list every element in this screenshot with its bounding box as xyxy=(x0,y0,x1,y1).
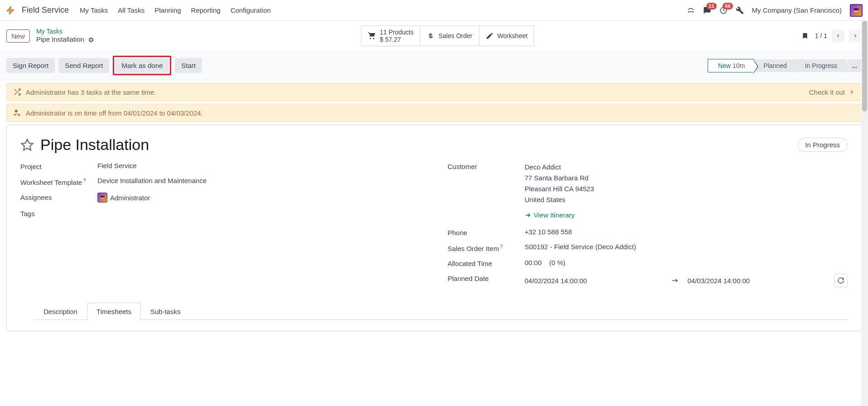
tab-subtasks[interactable]: Sub-tasks xyxy=(141,303,190,320)
pager-text[interactable]: 1 / 1 xyxy=(815,32,827,39)
planned-start[interactable]: 04/02/2024 14:00:00 xyxy=(525,277,587,285)
menu-all-tasks[interactable]: All Tasks xyxy=(118,6,145,14)
view-itinerary-link[interactable]: View Itinerary xyxy=(525,210,575,221)
planned-end[interactable]: 04/03/2024 14:00:00 xyxy=(688,277,750,285)
value-sales-order-item[interactable]: S00192 - Field Service (Deco Addict) xyxy=(525,243,848,251)
topnav-menu: My Tasks All Tasks Planning Reporting Co… xyxy=(80,6,271,14)
svg-point-3 xyxy=(692,11,693,12)
breadcrumb-current: Pipe Installation xyxy=(36,35,84,44)
cart-icon xyxy=(368,32,376,40)
svg-point-2 xyxy=(690,11,691,12)
voip-icon[interactable] xyxy=(687,6,695,14)
svg-point-12 xyxy=(15,110,18,112)
sign-report-button[interactable]: Sign Report xyxy=(6,58,55,73)
form-left-col: Project Field Service Worksheet Template… xyxy=(20,162,420,294)
menu-reporting[interactable]: Reporting xyxy=(191,6,221,14)
value-project[interactable]: Field Service xyxy=(97,162,420,169)
value-worksheet-template[interactable]: Device Installation and Maintenance xyxy=(97,177,420,184)
dollar-icon: $ xyxy=(427,32,435,40)
send-report-button[interactable]: Send Report xyxy=(58,58,109,73)
user-off-icon xyxy=(13,109,21,117)
menu-configuration[interactable]: Configuration xyxy=(231,6,271,14)
value-planned-date[interactable]: 04/02/2024 14:00:00 04/03/2024 14:00:00 xyxy=(525,274,848,287)
alert-timeoff-text: Administrator is on time off from 04/01/… xyxy=(26,109,203,117)
value-allocated-time[interactable]: 00:00 (0 %) xyxy=(525,259,848,266)
app-title[interactable]: Field Service xyxy=(22,5,69,15)
label-phone: Phone xyxy=(448,228,525,237)
status-in-progress[interactable]: In Progress xyxy=(795,59,846,72)
scrollbar[interactable] xyxy=(861,21,868,340)
help-icon[interactable]: ? xyxy=(500,244,502,249)
scrollbar-thumb[interactable] xyxy=(862,21,867,111)
products-button[interactable]: 11 Products $ 57.27 xyxy=(362,26,420,46)
label-allocated-time: Allocated Time xyxy=(448,259,525,267)
highlight-annotation: Mark as done xyxy=(113,56,171,75)
top-nav: Field Service My Tasks All Tasks Plannin… xyxy=(0,0,868,21)
alert-timeoff: Administrator is on time off from 04/01/… xyxy=(6,104,862,122)
svg-point-18 xyxy=(103,198,104,199)
svg-point-1 xyxy=(688,11,689,12)
pager-next[interactable] xyxy=(849,29,862,42)
value-customer[interactable]: Deco Addict 77 Santa Barbara Rd Pleasant… xyxy=(525,162,848,222)
pager-prev[interactable] xyxy=(832,29,844,42)
tab-description[interactable]: Description xyxy=(34,303,87,320)
messaging-badge: 11 xyxy=(706,3,716,10)
topnav-right: 11 66 My Company (San Francisco) xyxy=(687,4,863,17)
topnav-left: Field Service My Tasks All Tasks Plannin… xyxy=(5,5,271,15)
breadcrumb: My Tasks Pipe Installation xyxy=(36,28,94,44)
value-phone[interactable]: +32 10 588 558 xyxy=(525,228,848,236)
svg-rect-5 xyxy=(854,8,859,10)
user-avatar[interactable] xyxy=(850,4,863,17)
state-badge[interactable]: In Progress xyxy=(797,138,848,152)
worksheet-label: Worksheet xyxy=(497,32,528,39)
activities-icon[interactable]: 66 xyxy=(719,6,728,14)
stat-buttons: 11 Products $ 57.27 $ Sales Order Worksh… xyxy=(361,25,534,46)
svg-text:$: $ xyxy=(429,32,433,39)
company-selector[interactable]: My Company (San Francisco) xyxy=(752,6,842,14)
chevron-right-icon xyxy=(849,89,855,95)
help-icon[interactable]: ? xyxy=(83,178,86,183)
tab-timesheets[interactable]: Timesheets xyxy=(87,303,141,320)
arrow-right-icon xyxy=(671,278,679,283)
menu-my-tasks[interactable]: My Tasks xyxy=(80,6,108,14)
pencil-icon xyxy=(486,32,494,40)
status-bar: New10m Planned In Progress ... xyxy=(708,59,862,72)
favorite-star-icon[interactable] xyxy=(20,138,34,152)
bookmark-icon[interactable] xyxy=(801,31,809,40)
menu-planning[interactable]: Planning xyxy=(154,6,181,14)
svg-point-6 xyxy=(854,10,856,12)
status-planned[interactable]: Planned xyxy=(753,59,795,72)
sales-order-button[interactable]: $ Sales Order xyxy=(420,26,479,46)
arrow-right-icon xyxy=(525,212,531,218)
svg-point-7 xyxy=(857,10,858,12)
task-title[interactable]: Pipe Installation xyxy=(40,136,149,154)
label-customer: Customer xyxy=(448,162,525,170)
right-controls: 1 / 1 xyxy=(801,29,862,42)
svg-rect-16 xyxy=(101,196,104,198)
gear-icon[interactable] xyxy=(88,37,94,43)
svg-marker-0 xyxy=(7,6,14,14)
app-icon[interactable] xyxy=(5,5,15,15)
messaging-icon[interactable]: 11 xyxy=(703,6,711,14)
alert-conflict: Administrator has 3 tasks at the same ti… xyxy=(6,83,862,101)
status-new[interactable]: New10m xyxy=(708,59,753,72)
start-button[interactable]: Start xyxy=(175,58,202,73)
refresh-button[interactable] xyxy=(834,274,848,287)
new-button[interactable]: New xyxy=(6,29,30,43)
mark-done-button[interactable]: Mark as done xyxy=(115,58,169,73)
shuffle-icon xyxy=(13,88,21,96)
alert-check-link[interactable]: Check it out xyxy=(809,88,855,96)
label-project: Project xyxy=(20,162,97,170)
debug-icon[interactable] xyxy=(736,6,744,14)
value-assignees[interactable]: Administrator xyxy=(97,193,420,203)
action-bar: Sign Report Send Report Mark as done Sta… xyxy=(0,51,868,80)
form-sheet: Pipe Installation In Progress Project Fi… xyxy=(6,125,862,331)
activities-badge: 66 xyxy=(723,3,733,10)
pager: 1 / 1 xyxy=(815,29,862,42)
control-bar: New My Tasks Pipe Installation 11 Produc… xyxy=(0,21,868,51)
worksheet-button[interactable]: Worksheet xyxy=(479,26,534,46)
form-grid: Project Field Service Worksheet Template… xyxy=(20,162,848,294)
assignee-avatar xyxy=(97,193,107,203)
breadcrumb-parent[interactable]: My Tasks xyxy=(36,28,94,36)
svg-point-17 xyxy=(101,198,102,199)
